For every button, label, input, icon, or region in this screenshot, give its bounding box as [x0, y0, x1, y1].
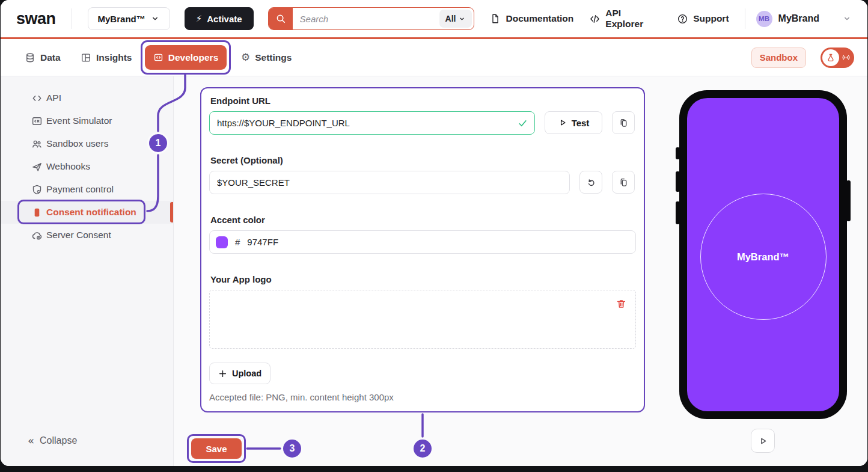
- sidebar-item-label: Server Consent: [46, 230, 111, 241]
- sidebar-item-label: Consent notification: [46, 207, 136, 218]
- secret-input[interactable]: [209, 171, 570, 194]
- sidebar-item-label: Payment control: [46, 184, 114, 195]
- paper-plane-icon: [31, 161, 43, 173]
- secondary-nav: Data Insights Developers ⚙ Settings Sand…: [1, 37, 867, 76]
- tab-data[interactable]: Data: [25, 52, 61, 63]
- project-selector-label: MyBrand™: [98, 14, 145, 24]
- tab-developers-label: Developers: [168, 52, 219, 63]
- divider: [72, 8, 72, 29]
- account-menu[interactable]: MB MyBrand: [756, 11, 852, 27]
- top-bar-right: Documentation API Explorer Support MB My…: [474, 8, 852, 29]
- code-icon: [31, 93, 43, 104]
- hash-prefix: #: [235, 237, 240, 247]
- sandbox-badge: Sandbox: [751, 48, 806, 68]
- chevron-down-icon: [458, 15, 466, 23]
- phone-side-button: [676, 147, 680, 159]
- accent-color-label: Accent color: [210, 215, 636, 225]
- upload-hint: Accepted file: PNG, min. content height …: [209, 392, 636, 402]
- sidebar-item-payment-control[interactable]: Payment control: [1, 178, 173, 201]
- main-panel: Endpoint URL Test: [174, 76, 867, 466]
- consent-settings-card: Endpoint URL Test: [200, 87, 645, 412]
- active-item-indicator: [170, 202, 173, 222]
- accent-color-value: 9747FF: [247, 237, 278, 247]
- support-link[interactable]: Support: [677, 13, 729, 25]
- tab-developers[interactable]: Developers: [145, 45, 227, 70]
- swan-logo: swan: [16, 10, 56, 28]
- question-icon: [677, 13, 688, 25]
- environment-toggle[interactable]: [821, 48, 854, 68]
- sidebar-item-webhooks[interactable]: Webhooks: [1, 155, 173, 178]
- event-simulator-icon: [31, 115, 43, 127]
- documentation-label: Documentation: [506, 13, 573, 24]
- color-swatch[interactable]: [216, 236, 228, 248]
- tab-data-label: Data: [40, 52, 61, 63]
- sidebar-item-label: Webhooks: [46, 161, 90, 172]
- phone-screen: MyBrand™: [687, 98, 839, 411]
- search-filter-dropdown[interactable]: All: [439, 10, 472, 28]
- copy-icon: [619, 177, 629, 188]
- brand-circle: MyBrand™: [700, 194, 827, 320]
- logo-dropzone[interactable]: [209, 290, 636, 349]
- test-button[interactable]: Test: [545, 111, 602, 134]
- collapse-button[interactable]: « Collapse: [28, 434, 77, 447]
- sidebar-item-consent-notification[interactable]: Consent notification: [1, 201, 173, 224]
- flask-icon: [822, 49, 839, 66]
- trash-icon[interactable]: [616, 298, 627, 310]
- phone-side-button: [846, 180, 851, 221]
- activate-label: Activate: [207, 14, 242, 24]
- gear-icon: ⚙: [241, 52, 250, 63]
- code-icon: [589, 13, 601, 25]
- sidebar-item-sandbox-users[interactable]: Sandbox users: [1, 132, 173, 155]
- copy-secret-button[interactable]: [612, 171, 635, 194]
- sidebar-item-label: Sandbox users: [46, 138, 108, 149]
- database-icon: [25, 52, 35, 63]
- account-name: MyBrand: [778, 13, 819, 24]
- sidebar-item-server-consent[interactable]: Server Consent: [1, 224, 173, 247]
- phone-side-button: [676, 171, 680, 192]
- support-label: Support: [693, 13, 729, 24]
- app-window: swan MyBrand™ ⚡ Activate All: [1, 0, 867, 466]
- project-selector[interactable]: MyBrand™: [88, 7, 170, 30]
- secret-label: Secret (Optional): [210, 155, 636, 166]
- live-signal-icon: [841, 52, 851, 63]
- search-input[interactable]: [293, 14, 439, 24]
- collapse-label: Collapse: [40, 435, 77, 446]
- endpoint-url-field-wrap: [209, 111, 535, 135]
- regenerate-secret-button[interactable]: [579, 171, 602, 194]
- documentation-link[interactable]: Documentation: [490, 13, 573, 24]
- sidebar-item-label: Event Simulator: [46, 115, 112, 126]
- phone-preview: MyBrand™: [679, 90, 847, 419]
- lightning-icon: ⚡: [196, 13, 203, 24]
- play-icon: [558, 118, 567, 127]
- search-filter-label: All: [445, 14, 456, 23]
- top-bar: swan MyBrand™ ⚡ Activate All: [1, 0, 867, 37]
- annotation-box-developers: Developers: [141, 40, 231, 75]
- preview-play-button[interactable]: [751, 429, 775, 453]
- mobile-phone-icon: [31, 207, 43, 218]
- save-button[interactable]: Save: [191, 438, 242, 459]
- accent-color-input[interactable]: # 9747FF: [209, 230, 636, 254]
- search-icon: [269, 8, 293, 29]
- check-icon: [517, 117, 528, 129]
- upload-button-label: Upload: [232, 369, 261, 378]
- sidebar-item-api[interactable]: API: [1, 87, 173, 109]
- divider: [745, 8, 745, 29]
- users-icon: [31, 138, 43, 150]
- sidebar-item-event-simulator[interactable]: Event Simulator: [1, 109, 173, 132]
- activate-button[interactable]: ⚡ Activate: [185, 7, 254, 30]
- copy-endpoint-button[interactable]: [612, 111, 635, 134]
- tab-insights-label: Insights: [96, 52, 132, 63]
- copy-icon: [619, 118, 629, 128]
- tab-settings-label: Settings: [255, 52, 292, 63]
- tab-settings[interactable]: ⚙ Settings: [241, 52, 292, 63]
- upload-button[interactable]: Upload: [209, 363, 270, 384]
- endpoint-url-input[interactable]: [209, 111, 535, 135]
- cloud-icon: [31, 230, 43, 241]
- collapse-chevrons-icon: «: [28, 434, 34, 447]
- tab-insights[interactable]: Insights: [81, 52, 132, 63]
- api-explorer-link[interactable]: API Explorer: [589, 8, 661, 29]
- api-explorer-label: API Explorer: [605, 8, 661, 29]
- brand-name: MyBrand™: [737, 251, 789, 263]
- devtools-icon: [153, 52, 164, 63]
- play-icon: [758, 436, 768, 446]
